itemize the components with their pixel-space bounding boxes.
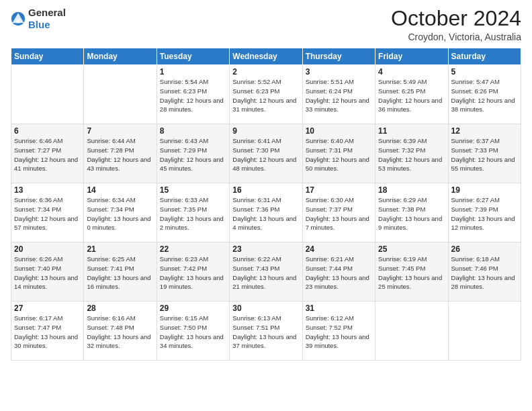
calendar-week-3: 13Sunrise: 6:36 AM Sunset: 7:34 PM Dayli… xyxy=(11,183,521,242)
day-number: 14 xyxy=(87,185,153,195)
header-monday: Monday xyxy=(84,48,157,65)
day-number: 7 xyxy=(87,126,153,136)
day-number: 3 xyxy=(306,67,372,77)
calendar-cell: 16Sunrise: 6:31 AM Sunset: 7:36 PM Dayli… xyxy=(230,183,302,242)
header-sunday: Sunday xyxy=(11,48,84,65)
calendar-cell: 17Sunrise: 6:30 AM Sunset: 7:37 PM Dayli… xyxy=(302,183,375,242)
calendar-cell: 31Sunrise: 6:12 AM Sunset: 7:52 PM Dayli… xyxy=(302,302,375,361)
day-detail: Sunrise: 6:18 AM Sunset: 7:46 PM Dayligh… xyxy=(451,255,518,291)
day-number: 1 xyxy=(160,67,226,77)
day-detail: Sunrise: 6:44 AM Sunset: 7:28 PM Dayligh… xyxy=(87,136,153,173)
day-number: 20 xyxy=(14,244,81,254)
calendar-cell: 20Sunrise: 6:26 AM Sunset: 7:40 PM Dayli… xyxy=(11,242,84,302)
day-number: 4 xyxy=(378,67,445,77)
logo-general: General xyxy=(28,7,66,18)
calendar-cell: 29Sunrise: 6:15 AM Sunset: 7:50 PM Dayli… xyxy=(157,302,229,361)
day-detail: Sunrise: 6:27 AM Sunset: 7:39 PM Dayligh… xyxy=(451,195,518,232)
day-number: 11 xyxy=(378,126,445,136)
day-detail: Sunrise: 6:34 AM Sunset: 7:34 PM Dayligh… xyxy=(87,195,153,232)
header-saturday: Saturday xyxy=(448,48,521,65)
calendar-cell: 21Sunrise: 6:25 AM Sunset: 7:41 PM Dayli… xyxy=(84,242,157,302)
weekday-header-row: Sunday Monday Tuesday Wednesday Thursday… xyxy=(11,48,521,65)
day-number: 18 xyxy=(378,185,445,195)
day-detail: Sunrise: 6:33 AM Sunset: 7:35 PM Dayligh… xyxy=(160,195,226,232)
day-number: 22 xyxy=(160,244,226,254)
header-wednesday: Wednesday xyxy=(230,48,302,65)
day-detail: Sunrise: 6:41 AM Sunset: 7:30 PM Dayligh… xyxy=(232,136,299,173)
calendar-cell: 18Sunrise: 6:29 AM Sunset: 7:38 PM Dayli… xyxy=(375,183,448,242)
day-number: 19 xyxy=(451,185,518,195)
day-detail: Sunrise: 6:19 AM Sunset: 7:45 PM Dayligh… xyxy=(378,255,445,291)
day-number: 15 xyxy=(160,185,226,195)
day-number: 17 xyxy=(306,185,372,195)
day-detail: Sunrise: 6:46 AM Sunset: 7:27 PM Dayligh… xyxy=(14,136,81,173)
day-number: 9 xyxy=(232,126,299,136)
calendar-cell: 15Sunrise: 6:33 AM Sunset: 7:35 PM Dayli… xyxy=(157,183,229,242)
day-detail: Sunrise: 6:16 AM Sunset: 7:48 PM Dayligh… xyxy=(87,314,153,351)
day-detail: Sunrise: 6:17 AM Sunset: 7:47 PM Dayligh… xyxy=(14,314,81,351)
day-detail: Sunrise: 6:15 AM Sunset: 7:50 PM Dayligh… xyxy=(160,314,226,351)
calendar: Sunday Monday Tuesday Wednesday Thursday… xyxy=(11,48,521,361)
month-title: October 2024 xyxy=(391,7,521,30)
calendar-cell: 10Sunrise: 6:40 AM Sunset: 7:31 PM Dayli… xyxy=(302,124,375,183)
day-detail: Sunrise: 6:43 AM Sunset: 7:29 PM Dayligh… xyxy=(160,136,226,173)
header-tuesday: Tuesday xyxy=(157,48,229,65)
calendar-week-2: 6Sunrise: 6:46 AM Sunset: 7:27 PM Daylig… xyxy=(11,124,521,183)
calendar-cell: 5Sunrise: 5:47 AM Sunset: 6:26 PM Daylig… xyxy=(448,65,521,124)
calendar-cell: 8Sunrise: 6:43 AM Sunset: 7:29 PM Daylig… xyxy=(157,124,229,183)
calendar-cell: 14Sunrise: 6:34 AM Sunset: 7:34 PM Dayli… xyxy=(84,183,157,242)
calendar-week-4: 20Sunrise: 6:26 AM Sunset: 7:40 PM Dayli… xyxy=(11,242,521,302)
day-detail: Sunrise: 6:26 AM Sunset: 7:40 PM Dayligh… xyxy=(14,255,81,291)
calendar-cell: 24Sunrise: 6:21 AM Sunset: 7:44 PM Dayli… xyxy=(302,242,375,302)
day-number: 8 xyxy=(160,126,226,136)
calendar-cell xyxy=(448,302,521,361)
logo-icon xyxy=(11,11,26,26)
title-block: October 2024 Croydon, Victoria, Australi… xyxy=(391,7,521,42)
day-detail: Sunrise: 6:23 AM Sunset: 7:42 PM Dayligh… xyxy=(160,255,226,291)
day-number: 25 xyxy=(378,244,445,254)
day-detail: Sunrise: 6:36 AM Sunset: 7:34 PM Dayligh… xyxy=(14,195,81,232)
day-number: 30 xyxy=(232,304,299,313)
svg-rect-2 xyxy=(17,19,20,24)
header-thursday: Thursday xyxy=(302,48,375,65)
day-number: 28 xyxy=(87,304,153,313)
calendar-cell: 13Sunrise: 6:36 AM Sunset: 7:34 PM Dayli… xyxy=(11,183,84,242)
logo-blue: Blue xyxy=(28,19,50,30)
day-number: 16 xyxy=(232,185,299,195)
day-detail: Sunrise: 5:52 AM Sunset: 6:23 PM Dayligh… xyxy=(232,77,299,114)
calendar-cell: 25Sunrise: 6:19 AM Sunset: 7:45 PM Dayli… xyxy=(375,242,448,302)
header-friday: Friday xyxy=(375,48,448,65)
day-detail: Sunrise: 6:22 AM Sunset: 7:43 PM Dayligh… xyxy=(232,255,299,291)
calendar-cell: 9Sunrise: 6:41 AM Sunset: 7:30 PM Daylig… xyxy=(230,124,302,183)
header: General Blue October 2024 Croydon, Victo… xyxy=(11,7,521,42)
calendar-cell: 12Sunrise: 6:37 AM Sunset: 7:33 PM Dayli… xyxy=(448,124,521,183)
calendar-cell xyxy=(84,65,157,124)
day-number: 5 xyxy=(451,67,518,77)
calendar-cell: 6Sunrise: 6:46 AM Sunset: 7:27 PM Daylig… xyxy=(11,124,84,183)
day-detail: Sunrise: 6:39 AM Sunset: 7:32 PM Dayligh… xyxy=(378,136,445,173)
day-number: 21 xyxy=(87,244,153,254)
calendar-cell: 4Sunrise: 5:49 AM Sunset: 6:25 PM Daylig… xyxy=(375,65,448,124)
day-number: 6 xyxy=(14,126,81,136)
logo: General Blue xyxy=(11,7,66,31)
calendar-cell: 26Sunrise: 6:18 AM Sunset: 7:46 PM Dayli… xyxy=(448,242,521,302)
day-detail: Sunrise: 6:40 AM Sunset: 7:31 PM Dayligh… xyxy=(306,136,372,173)
location: Croydon, Victoria, Australia xyxy=(391,32,521,42)
day-detail: Sunrise: 5:51 AM Sunset: 6:24 PM Dayligh… xyxy=(306,77,372,114)
day-detail: Sunrise: 6:30 AM Sunset: 7:37 PM Dayligh… xyxy=(306,195,372,232)
day-number: 2 xyxy=(232,67,299,77)
calendar-cell: 2Sunrise: 5:52 AM Sunset: 6:23 PM Daylig… xyxy=(230,65,302,124)
calendar-cell xyxy=(11,65,84,124)
day-number: 27 xyxy=(14,304,81,313)
calendar-cell xyxy=(375,302,448,361)
calendar-cell: 22Sunrise: 6:23 AM Sunset: 7:42 PM Dayli… xyxy=(157,242,229,302)
day-detail: Sunrise: 6:13 AM Sunset: 7:51 PM Dayligh… xyxy=(232,314,299,351)
calendar-week-5: 27Sunrise: 6:17 AM Sunset: 7:47 PM Dayli… xyxy=(11,302,521,361)
calendar-week-1: 1Sunrise: 5:54 AM Sunset: 6:23 PM Daylig… xyxy=(11,65,521,124)
day-number: 10 xyxy=(306,126,372,136)
calendar-cell: 11Sunrise: 6:39 AM Sunset: 7:32 PM Dayli… xyxy=(375,124,448,183)
day-detail: Sunrise: 5:49 AM Sunset: 6:25 PM Dayligh… xyxy=(378,77,445,114)
page: General Blue October 2024 Croydon, Victo… xyxy=(0,0,532,411)
logo-text: General Blue xyxy=(28,7,66,31)
day-detail: Sunrise: 6:29 AM Sunset: 7:38 PM Dayligh… xyxy=(378,195,445,232)
